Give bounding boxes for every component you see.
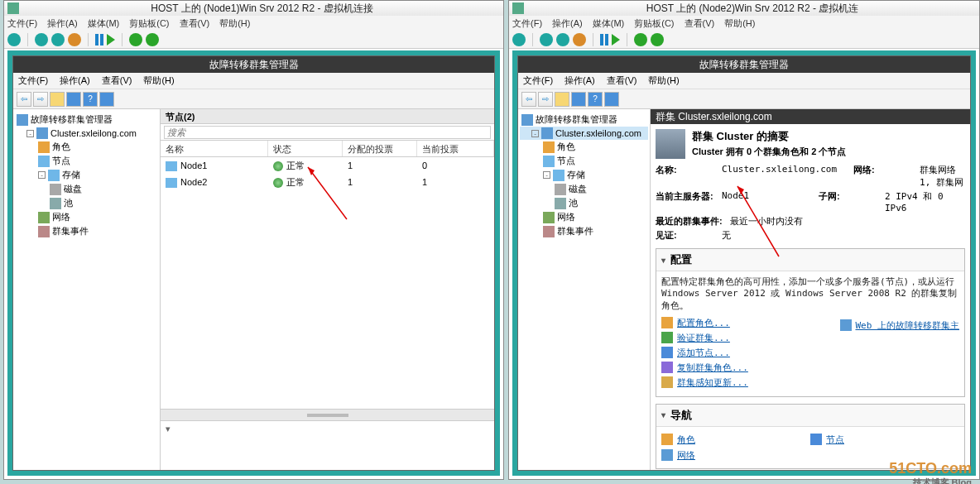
tree-events[interactable]: 群集事件 — [15, 224, 158, 238]
vm-toolbar — [4, 31, 503, 49]
collapse-icon[interactable]: - — [543, 171, 550, 179]
nav-nodes[interactable]: 节点 — [810, 432, 959, 448]
tree-events[interactable]: 群集事件 — [520, 224, 648, 238]
menu-media[interactable]: 媒体(M) — [593, 17, 625, 30]
menu-clipboard[interactable]: 剪贴板(C) — [634, 17, 674, 30]
menu-help[interactable]: 帮助(H) — [219, 17, 250, 30]
help-icon[interactable]: ? — [588, 92, 603, 107]
nav-roles[interactable]: 角色 — [661, 432, 810, 448]
refresh-icon — [661, 376, 673, 388]
props-icon[interactable] — [99, 92, 114, 107]
link-copy-role[interactable]: 复制群集角色... — [661, 362, 959, 374]
panel-icon[interactable] — [571, 92, 586, 107]
save-icon[interactable] — [573, 33, 586, 46]
revert-icon[interactable] — [146, 33, 159, 46]
menu-media[interactable]: 媒体(M) — [88, 17, 120, 30]
menu-help[interactable]: 帮助(H) — [143, 74, 174, 87]
shutdown-icon[interactable] — [556, 33, 569, 46]
tree-nodes[interactable]: 节点 — [520, 154, 648, 168]
nav-networks[interactable]: 网络 — [661, 448, 810, 463]
start-icon[interactable] — [540, 33, 553, 46]
tree-pools[interactable]: 池 — [15, 196, 158, 210]
up-icon[interactable] — [50, 92, 65, 107]
menu-action[interactable]: 操作(A) — [552, 17, 583, 30]
help-icon[interactable]: ? — [83, 92, 98, 107]
checkpoint-icon[interactable] — [129, 33, 142, 46]
ctrl-alt-del-icon[interactable] — [512, 33, 526, 46]
pause-icon[interactable] — [95, 34, 103, 46]
play-icon[interactable] — [107, 34, 115, 46]
menu-clipboard[interactable]: 剪贴板(C) — [129, 17, 169, 30]
collapse-icon[interactable]: - — [531, 130, 539, 137]
col-status[interactable]: 状态 — [268, 141, 343, 156]
menu-file[interactable]: 文件(F) — [512, 17, 542, 30]
shutdown-icon[interactable] — [51, 33, 65, 46]
tree-roles[interactable]: 角色 — [520, 140, 648, 154]
summary-title: 群集 Cluster 的摘要 — [692, 129, 846, 144]
tree-networks[interactable]: 网络 — [15, 210, 158, 224]
splitter-handle[interactable] — [307, 414, 348, 417]
tree-root[interactable]: 故障转移群集管理器 — [15, 113, 158, 127]
col-vote[interactable]: 分配的投票 — [343, 141, 417, 156]
save-icon[interactable] — [68, 33, 81, 46]
col-name[interactable]: 名称 — [161, 141, 268, 156]
menu-view[interactable]: 查看(V) — [180, 17, 210, 30]
link-update[interactable]: 群集感知更新... — [661, 376, 959, 389]
cluster-mgr-icon — [17, 114, 28, 126]
tree-disks[interactable]: 磁盘 — [520, 182, 648, 196]
nodes-header: 节点(2) — [161, 109, 494, 124]
play-icon[interactable] — [612, 34, 620, 46]
col-current[interactable]: 当前投票 — [417, 141, 494, 156]
search-input[interactable] — [164, 126, 491, 139]
tree-nodes[interactable]: 节点 — [15, 154, 158, 168]
tree-storage[interactable]: -存储 — [520, 168, 648, 182]
tree-roles[interactable]: 角色 — [15, 140, 158, 154]
start-icon[interactable] — [35, 33, 48, 46]
forward-icon[interactable] — [33, 92, 48, 107]
ctrl-alt-del-icon[interactable] — [7, 33, 21, 46]
config-header[interactable]: 配置 — [656, 249, 964, 271]
menu-file[interactable]: 文件(F) — [7, 17, 37, 30]
tree-storage[interactable]: -存储 — [15, 168, 158, 182]
mgr-title: 故障转移群集管理器 — [518, 56, 970, 73]
up-icon[interactable] — [555, 92, 569, 107]
forward-icon[interactable] — [538, 92, 553, 107]
status-ok-icon — [273, 161, 283, 171]
menu-view[interactable]: 查看(V) — [607, 74, 637, 87]
failover-cluster-manager-window: 故障转移群集管理器 文件(F) 操作(A) 查看(V) 帮助(H) ? 故障转移… — [517, 55, 971, 471]
props-icon[interactable] — [604, 92, 619, 107]
menu-help[interactable]: 帮助(H) — [724, 17, 755, 30]
back-icon[interactable] — [17, 92, 31, 107]
separator — [88, 33, 89, 46]
link-add-node[interactable]: 添加节点... — [661, 347, 959, 359]
mgr-toolbar: ? — [13, 89, 494, 109]
expander-icon[interactable]: ▾ — [161, 421, 494, 437]
collapse-icon[interactable]: - — [38, 171, 46, 179]
nav-header[interactable]: 导航 — [656, 405, 964, 427]
collapse-icon[interactable]: - — [26, 130, 34, 137]
revert-icon[interactable] — [651, 33, 664, 46]
menu-action[interactable]: 操作(A) — [47, 17, 78, 30]
menu-view[interactable]: 查看(V) — [102, 74, 132, 87]
menu-action[interactable]: 操作(A) — [564, 74, 595, 87]
panel-icon[interactable] — [66, 92, 81, 107]
link-validate[interactable]: 验证群集... — [661, 332, 959, 344]
tree-cluster[interactable]: -Cluster.sxleilong.com — [520, 127, 648, 140]
link-web[interactable]: Web 上的故障转移群集主 — [840, 319, 960, 332]
svg-marker-3 — [737, 186, 744, 194]
splitter[interactable] — [161, 409, 494, 420]
tree-networks[interactable]: 网络 — [520, 210, 648, 224]
menu-file[interactable]: 文件(F) — [18, 74, 48, 87]
tree-disks[interactable]: 磁盘 — [15, 182, 158, 196]
storage-icon — [48, 170, 60, 181]
tree-pools[interactable]: 池 — [520, 196, 648, 210]
tree-cluster[interactable]: -Cluster.sxleilong.com — [15, 127, 158, 140]
menu-help[interactable]: 帮助(H) — [648, 74, 679, 87]
menu-action[interactable]: 操作(A) — [60, 74, 90, 87]
menu-file[interactable]: 文件(F) — [523, 74, 553, 87]
tree-root[interactable]: 故障转移群集管理器 — [520, 113, 648, 127]
menu-view[interactable]: 查看(V) — [685, 17, 715, 30]
checkpoint-icon[interactable] — [634, 33, 647, 46]
back-icon[interactable] — [521, 92, 536, 107]
pause-icon[interactable] — [600, 34, 608, 46]
